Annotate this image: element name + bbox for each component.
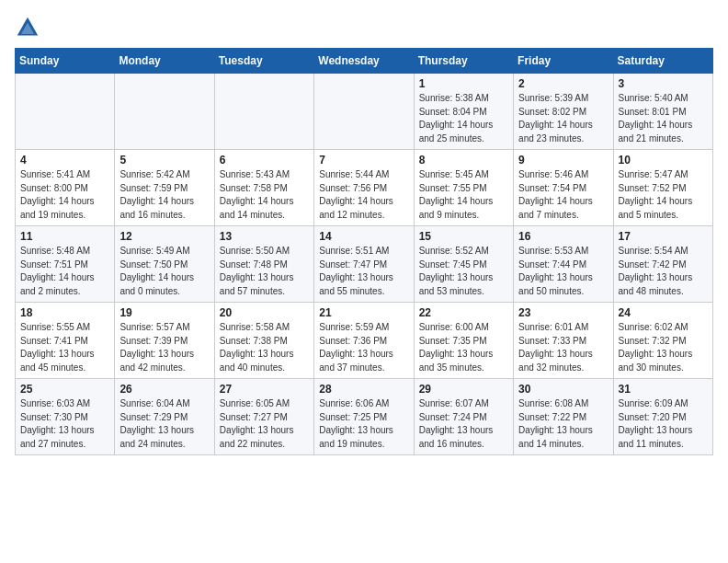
day-number: 27 (220, 383, 309, 396)
day-cell: 13Sunrise: 5:50 AM Sunset: 7:48 PM Dayli… (214, 226, 313, 303)
day-number: 10 (619, 154, 708, 167)
day-cell: 25Sunrise: 6:03 AM Sunset: 7:30 PM Dayli… (16, 379, 115, 455)
day-cell: 20Sunrise: 5:58 AM Sunset: 7:38 PM Dayli… (214, 303, 313, 379)
day-info: Sunrise: 5:50 AM Sunset: 7:48 PM Dayligh… (220, 245, 309, 298)
day-number: 9 (518, 154, 608, 167)
day-cell: 30Sunrise: 6:08 AM Sunset: 7:22 PM Dayli… (514, 379, 613, 455)
day-cell: 21Sunrise: 5:59 AM Sunset: 7:36 PM Dayli… (314, 303, 414, 379)
day-cell: 29Sunrise: 6:07 AM Sunset: 7:24 PM Dayli… (414, 379, 513, 455)
day-info: Sunrise: 6:02 AM Sunset: 7:32 PM Dayligh… (619, 321, 708, 374)
day-info: Sunrise: 5:38 AM Sunset: 8:04 PM Dayligh… (419, 92, 508, 145)
day-cell: 8Sunrise: 5:45 AM Sunset: 7:55 PM Daylig… (414, 150, 513, 226)
day-cell (214, 74, 313, 150)
day-cell: 16Sunrise: 5:53 AM Sunset: 7:44 PM Dayli… (514, 226, 613, 303)
day-info: Sunrise: 5:53 AM Sunset: 7:44 PM Dayligh… (518, 245, 608, 298)
day-info: Sunrise: 5:47 AM Sunset: 7:52 PM Dayligh… (619, 168, 708, 222)
day-number: 22 (419, 306, 508, 319)
day-cell: 7Sunrise: 5:44 AM Sunset: 7:56 PM Daylig… (314, 150, 414, 226)
day-cell: 26Sunrise: 6:04 AM Sunset: 7:29 PM Dayli… (115, 379, 214, 455)
day-info: Sunrise: 5:40 AM Sunset: 8:01 PM Dayligh… (619, 92, 708, 145)
week-row-5: 25Sunrise: 6:03 AM Sunset: 7:30 PM Dayli… (16, 379, 713, 455)
day-cell (16, 74, 115, 150)
day-cell: 23Sunrise: 6:01 AM Sunset: 7:33 PM Dayli… (514, 303, 613, 379)
day-cell: 22Sunrise: 6:00 AM Sunset: 7:35 PM Dayli… (414, 303, 513, 379)
header-friday: Friday (514, 49, 613, 74)
day-cell: 5Sunrise: 5:42 AM Sunset: 7:59 PM Daylig… (115, 150, 214, 226)
day-cell (115, 74, 214, 150)
day-cell: 1Sunrise: 5:38 AM Sunset: 8:04 PM Daylig… (414, 74, 513, 150)
day-cell: 31Sunrise: 6:09 AM Sunset: 7:20 PM Dayli… (613, 379, 712, 455)
day-info: Sunrise: 5:51 AM Sunset: 7:47 PM Dayligh… (319, 245, 408, 298)
logo (15, 15, 44, 40)
day-info: Sunrise: 5:39 AM Sunset: 8:02 PM Dayligh… (518, 92, 608, 145)
day-number: 19 (119, 306, 209, 319)
day-number: 3 (619, 77, 708, 90)
day-number: 4 (20, 154, 109, 167)
day-number: 16 (518, 230, 608, 243)
week-row-2: 4Sunrise: 5:41 AM Sunset: 8:00 PM Daylig… (16, 150, 713, 226)
day-number: 12 (119, 230, 209, 243)
day-info: Sunrise: 5:48 AM Sunset: 7:51 PM Dayligh… (20, 245, 109, 298)
day-cell: 24Sunrise: 6:02 AM Sunset: 7:32 PM Dayli… (613, 303, 712, 379)
day-info: Sunrise: 5:55 AM Sunset: 7:41 PM Dayligh… (20, 321, 109, 374)
day-info: Sunrise: 5:44 AM Sunset: 7:56 PM Dayligh… (319, 168, 408, 222)
day-info: Sunrise: 6:01 AM Sunset: 7:33 PM Dayligh… (518, 321, 608, 374)
day-info: Sunrise: 6:07 AM Sunset: 7:24 PM Dayligh… (419, 397, 508, 451)
day-cell: 11Sunrise: 5:48 AM Sunset: 7:51 PM Dayli… (16, 226, 115, 303)
week-row-4: 18Sunrise: 5:55 AM Sunset: 7:41 PM Dayli… (16, 303, 713, 379)
day-number: 24 (619, 306, 708, 319)
day-info: Sunrise: 5:42 AM Sunset: 7:59 PM Dayligh… (119, 168, 209, 222)
day-info: Sunrise: 6:06 AM Sunset: 7:25 PM Dayligh… (319, 397, 408, 451)
day-number: 23 (518, 306, 608, 319)
day-cell: 14Sunrise: 5:51 AM Sunset: 7:47 PM Dayli… (314, 226, 414, 303)
header-tuesday: Tuesday (214, 49, 313, 74)
day-info: Sunrise: 5:59 AM Sunset: 7:36 PM Dayligh… (319, 321, 408, 374)
calendar: SundayMondayTuesdayWednesdayThursdayFrid… (15, 48, 713, 455)
day-cell: 4Sunrise: 5:41 AM Sunset: 8:00 PM Daylig… (16, 150, 115, 226)
day-info: Sunrise: 5:57 AM Sunset: 7:39 PM Dayligh… (119, 321, 209, 374)
day-number: 8 (419, 154, 508, 167)
header-thursday: Thursday (414, 49, 513, 74)
day-number: 6 (220, 154, 309, 167)
day-info: Sunrise: 6:09 AM Sunset: 7:20 PM Dayligh… (619, 397, 708, 451)
day-number: 11 (20, 230, 109, 243)
day-cell: 27Sunrise: 6:05 AM Sunset: 7:27 PM Dayli… (214, 379, 313, 455)
header-saturday: Saturday (613, 49, 712, 74)
day-info: Sunrise: 5:43 AM Sunset: 7:58 PM Dayligh… (220, 168, 309, 222)
day-number: 25 (20, 383, 109, 396)
day-number: 5 (119, 154, 209, 167)
day-cell (314, 74, 414, 150)
calendar-header-row: SundayMondayTuesdayWednesdayThursdayFrid… (16, 49, 713, 74)
day-info: Sunrise: 5:46 AM Sunset: 7:54 PM Dayligh… (518, 168, 608, 222)
day-number: 30 (518, 383, 608, 396)
day-cell: 12Sunrise: 5:49 AM Sunset: 7:50 PM Dayli… (115, 226, 214, 303)
day-info: Sunrise: 6:08 AM Sunset: 7:22 PM Dayligh… (518, 397, 608, 451)
day-cell: 18Sunrise: 5:55 AM Sunset: 7:41 PM Dayli… (16, 303, 115, 379)
day-cell: 28Sunrise: 6:06 AM Sunset: 7:25 PM Dayli… (314, 379, 414, 455)
day-cell: 2Sunrise: 5:39 AM Sunset: 8:02 PM Daylig… (514, 74, 613, 150)
day-info: Sunrise: 5:52 AM Sunset: 7:45 PM Dayligh… (419, 245, 508, 298)
day-info: Sunrise: 5:58 AM Sunset: 7:38 PM Dayligh… (220, 321, 309, 374)
day-number: 31 (619, 383, 708, 396)
day-number: 21 (319, 306, 408, 319)
day-info: Sunrise: 5:49 AM Sunset: 7:50 PM Dayligh… (119, 245, 209, 298)
day-number: 15 (419, 230, 508, 243)
day-info: Sunrise: 5:54 AM Sunset: 7:42 PM Dayligh… (619, 245, 708, 298)
day-info: Sunrise: 6:00 AM Sunset: 7:35 PM Dayligh… (419, 321, 508, 374)
header-wednesday: Wednesday (314, 49, 414, 74)
day-number: 20 (220, 306, 309, 319)
day-info: Sunrise: 6:03 AM Sunset: 7:30 PM Dayligh… (20, 397, 109, 451)
day-info: Sunrise: 6:04 AM Sunset: 7:29 PM Dayligh… (119, 397, 209, 451)
day-number: 17 (619, 230, 708, 243)
logo-icon (15, 15, 40, 40)
day-cell: 15Sunrise: 5:52 AM Sunset: 7:45 PM Dayli… (414, 226, 513, 303)
day-number: 28 (319, 383, 408, 396)
day-cell: 17Sunrise: 5:54 AM Sunset: 7:42 PM Dayli… (613, 226, 712, 303)
day-info: Sunrise: 5:45 AM Sunset: 7:55 PM Dayligh… (419, 168, 508, 222)
day-cell: 10Sunrise: 5:47 AM Sunset: 7:52 PM Dayli… (613, 150, 712, 226)
day-info: Sunrise: 5:41 AM Sunset: 8:00 PM Dayligh… (20, 168, 109, 222)
day-number: 14 (319, 230, 408, 243)
day-number: 29 (419, 383, 508, 396)
week-row-1: 1Sunrise: 5:38 AM Sunset: 8:04 PM Daylig… (16, 74, 713, 150)
day-number: 2 (518, 77, 608, 90)
